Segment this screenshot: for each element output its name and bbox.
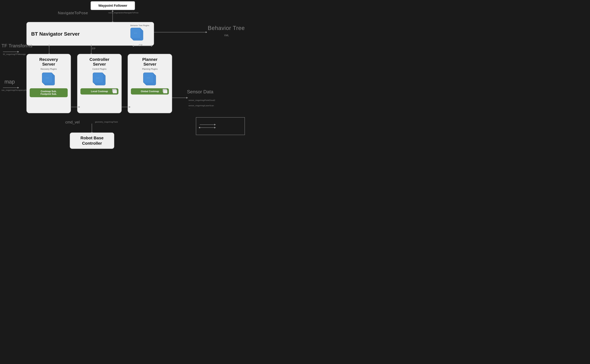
- behavior-tree-xml-label: XML: [224, 34, 229, 37]
- map-arrow: [3, 88, 18, 88]
- waypoint-follower-box: Waypoint Follower: [91, 1, 135, 10]
- legend-row-1: [200, 124, 241, 125]
- arrow-bt-to-controller: [91, 46, 91, 54]
- sensor-data-arrow: [172, 98, 187, 98]
- costmap-layer-1: [113, 90, 117, 93]
- recovery-sq-front: ···: [42, 72, 53, 83]
- behavior-tree-label: Behavior Tree: [208, 25, 245, 31]
- cp-label: CP: [139, 44, 143, 47]
- tf-transforms-label: TF Transforms: [1, 43, 32, 49]
- planner-server-title: PlannerServer: [142, 57, 158, 67]
- bt-plugins-label: Behavior Tree Plugins: [130, 24, 149, 26]
- planner-plugins-label: Planning Plugins: [142, 68, 158, 70]
- fp-label: FP: [92, 47, 95, 50]
- map-label: map: [4, 79, 15, 85]
- sensor-msg2: ...: [188, 102, 190, 104]
- planner-plugins-icon: ···: [143, 72, 156, 86]
- bt-plugins-area: Behavior Tree Plugins ···: [130, 24, 149, 44]
- planner-dots: ···: [147, 77, 150, 79]
- local-costmap-label: Local Costmap: [91, 90, 108, 93]
- navigate-to-pose-msg: nav2_msgs/action/NavigateToPose: [108, 12, 138, 14]
- planner-sq-front: ···: [143, 72, 154, 83]
- recovery-plugins-icon: ···: [42, 72, 55, 86]
- global-costmap-label: Global Costmap: [141, 90, 159, 93]
- legend-arrow-bidir: [200, 127, 214, 128]
- sensor-msg3: sensor_msgs/msg/LaserScan: [188, 104, 214, 107]
- robot-base-title: Robot Base Controller: [80, 135, 104, 146]
- bt-navigator-box: BT Navigator Server Behavior Tree Plugin…: [26, 22, 154, 46]
- controller-plugins-label: Control Plugins: [92, 68, 107, 70]
- robot-base-controller-box: Robot Base Controller: [70, 132, 114, 149]
- controller-server-box: ControllerServer Control Plugins ··· Loc…: [77, 54, 122, 113]
- arrow-local-to-recovery: [71, 107, 79, 107]
- cmd-vel-msg: geometry_msgs/msg/Twist: [95, 121, 118, 123]
- arrow-bt-to-recovery: [49, 46, 49, 54]
- plugin-dots: ···: [134, 32, 137, 34]
- global-costmap-layer-1: [163, 90, 167, 93]
- legend-box: [196, 117, 245, 135]
- tf-transforms-msg: tf2_msgs/msg/TFMessage: [3, 53, 26, 55]
- arrow-global-to-local: [122, 107, 130, 107]
- plugin-square-front: ···: [130, 28, 141, 39]
- arrow-cmd-vel-down: [92, 124, 92, 132]
- global-costmap-box: Global Costmap: [131, 88, 169, 95]
- navigate-to-pose-label: NavigateToPose: [58, 11, 88, 15]
- controller-plugins-icon: ···: [93, 72, 106, 86]
- cmd-vel-label: cmd_vel: [65, 120, 80, 124]
- recovery-server-title: RecoveryServer: [39, 57, 58, 67]
- controller-server-title: ControllerServer: [90, 57, 109, 67]
- recovery-dots: ···: [46, 77, 49, 79]
- planner-server-box: PlannerServer Planning Plugins ··· Globa…: [128, 54, 172, 113]
- tf-transforms-arrow: [3, 52, 18, 52]
- map-msg: nav_msgs/msg/OccupancyGrid: [1, 89, 28, 91]
- recovery-costmap-box: Costmap Sub.Footprint Sub.: [30, 88, 68, 97]
- legend-row-2: [200, 127, 241, 128]
- global-costmap-icon: [163, 89, 168, 94]
- controller-dots: ···: [97, 77, 100, 79]
- arrow-waypoint-to-bt: [112, 10, 113, 22]
- controller-sq-front: ···: [93, 72, 104, 83]
- bt-navigator-title: BT Navigator Server: [31, 31, 130, 37]
- recovery-plugins-label: Recovery Plugins: [41, 68, 57, 70]
- recovery-server-box: RecoveryServer Recovery Plugins ··· Cost…: [26, 54, 71, 113]
- bt-plugins-icon: ···: [130, 28, 144, 41]
- arrow-bt-nav-to-behavior-tree: [154, 32, 206, 32]
- sensor-msg4: ...: [188, 107, 190, 109]
- sensor-data-label: Sensor Data: [187, 89, 213, 95]
- sensor-msg1: sensor_msgs/msg/PointCloud2: [188, 99, 215, 101]
- recovery-costmap-label: Costmap Sub.Footprint Sub.: [40, 90, 57, 95]
- local-costmap-icon: [112, 89, 117, 94]
- legend-arrow-right: [200, 124, 214, 125]
- waypoint-follower-label: Waypoint Follower: [98, 4, 127, 7]
- local-costmap-box: Local Costmap: [80, 88, 118, 95]
